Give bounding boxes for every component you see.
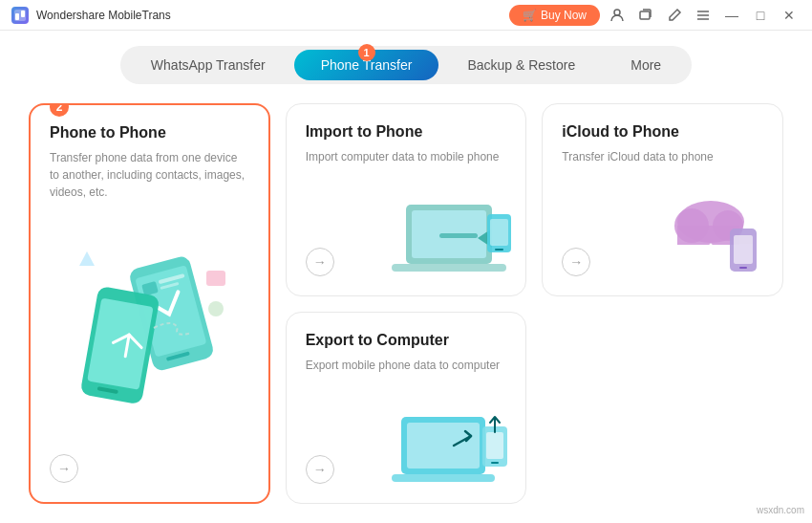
svg-rect-17 — [206, 271, 225, 286]
card-phone-to-phone[interactable]: 2 Phone to Phone Transfer phone data fro… — [29, 103, 270, 504]
titlebar-left: Wondershare MobileTrans — [11, 7, 171, 24]
watermark: wsxdn.com — [757, 505, 804, 515]
svg-rect-25 — [490, 219, 508, 246]
card-title-phone-to-phone: Phone to Phone — [50, 124, 249, 142]
svg-rect-36 — [392, 474, 495, 482]
window-button[interactable] — [634, 4, 657, 27]
main-content: WhatsApp Transfer 1 Phone Transfer Backu… — [0, 31, 812, 523]
card-arrow-export[interactable]: → — [306, 455, 334, 484]
titlebar: Wondershare MobileTrans 🛒 Buy Now — [0, 0, 812, 31]
titlebar-right: 🛒 Buy Now — — [509, 4, 801, 27]
tab-container: WhatsApp Transfer 1 Phone Transfer Backu… — [120, 46, 692, 84]
card-badge-featured: 2 — [50, 103, 69, 117]
svg-marker-19 — [79, 251, 95, 266]
svg-rect-23 — [439, 233, 478, 238]
svg-rect-2 — [21, 11, 25, 17]
svg-rect-22 — [392, 264, 506, 272]
card-arrow-phone-to-phone[interactable]: → — [50, 454, 78, 483]
svg-rect-35 — [407, 423, 480, 469]
minimize-button[interactable]: — — [720, 4, 743, 27]
close-button[interactable]: ✕ — [778, 4, 801, 27]
card-title-export: Export to Computer — [306, 332, 507, 349]
card-title-import: Import to Phone — [306, 123, 507, 141]
edit-button[interactable] — [663, 4, 686, 27]
svg-rect-26 — [495, 249, 503, 251]
svg-rect-39 — [491, 462, 499, 464]
tab-phone-transfer[interactable]: 1 Phone Transfer — [294, 50, 439, 80]
svg-rect-32 — [734, 235, 753, 264]
card-arrow-icloud[interactable]: → — [562, 248, 590, 276]
tab-bar: WhatsApp Transfer 1 Phone Transfer Backu… — [29, 31, 783, 103]
svg-rect-33 — [739, 267, 747, 269]
user-button[interactable] — [606, 4, 629, 27]
cart-icon: 🛒 — [523, 9, 537, 22]
card-icloud-to-phone[interactable]: iCloud to Phone Transfer iCloud data to … — [542, 103, 783, 296]
svg-point-3 — [614, 10, 620, 15]
svg-point-18 — [208, 301, 224, 316]
svg-rect-38 — [486, 432, 503, 459]
app-icon — [11, 7, 29, 24]
tab-backup[interactable]: Backup & Restore — [440, 50, 602, 80]
cards-grid: 2 Phone to Phone Transfer phone data fro… — [29, 103, 783, 504]
card-export-to-computer[interactable]: Export to Computer Export mobile phone d… — [286, 312, 527, 505]
svg-rect-4 — [640, 11, 650, 19]
buy-now-button[interactable]: 🛒 Buy Now — [509, 5, 600, 26]
tab-more[interactable]: More — [604, 50, 688, 80]
svg-rect-1 — [15, 13, 19, 20]
card-import-to-phone[interactable]: Import to Phone Import computer data to … — [286, 103, 527, 296]
app-title: Wondershare MobileTrans — [36, 9, 171, 22]
card-title-icloud: iCloud to Phone — [562, 123, 763, 141]
tab-badge: 1 — [358, 44, 375, 61]
card-arrow-import[interactable]: → — [306, 248, 334, 276]
maximize-button[interactable]: □ — [749, 4, 772, 27]
tab-whatsapp[interactable]: WhatsApp Transfer — [124, 50, 292, 80]
menu-button[interactable] — [692, 4, 715, 27]
